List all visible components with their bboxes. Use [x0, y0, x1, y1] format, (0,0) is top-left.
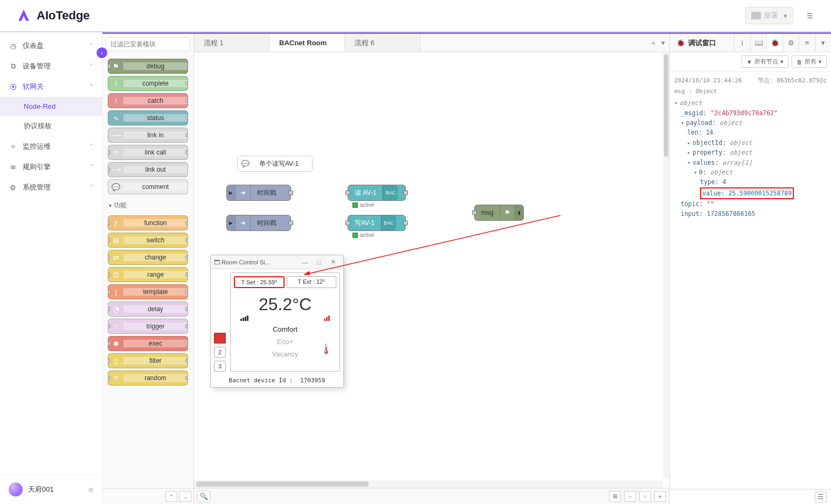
tab-menu-button[interactable]: ▾	[661, 39, 665, 47]
comment-node[interactable]: 💬 单个读写AV-1	[237, 156, 313, 172]
palette-node-delay[interactable]: ◔delay	[108, 302, 188, 317]
node-type-icon: 💬	[108, 180, 123, 194]
nav-button[interactable]: ⊞	[609, 491, 621, 502]
flow-canvas[interactable]: 💬 单个读写AV-1 ▶ ➜ 时间戳 ▶ ➜ 时间戳	[194, 52, 669, 488]
inject-label: 时间戳	[251, 188, 283, 198]
palette-category[interactable]: 功能	[106, 197, 190, 213]
palette-node-random[interactable]: ?random	[108, 370, 188, 386]
zoom-out-button[interactable]: −	[624, 491, 636, 502]
inject-node-2[interactable]: ▶ ➜ 时间戳	[226, 215, 291, 231]
text-value: T Ext : 12°	[287, 276, 336, 288]
chevron-icon: ˅	[90, 143, 93, 150]
canvas-scrollbar-v[interactable]	[663, 52, 669, 478]
window-title: Room Control Si...	[221, 259, 270, 265]
inject-icon: ➜	[236, 185, 251, 200]
filter-nodes-button[interactable]: ▼ 所有节点 ▾	[742, 55, 788, 68]
palette-node-catch[interactable]: !catch	[108, 93, 188, 108]
nav-label: 仪表盘	[23, 41, 44, 51]
info-tab-button[interactable]: i	[734, 34, 750, 52]
palette-node-switch[interactable]: ⊟switch	[108, 233, 188, 248]
palette-node-range[interactable]: ⊡range	[108, 267, 188, 282]
mode-button-1[interactable]	[214, 333, 226, 344]
debug-sidebar: 🐞 调试窗口 i 📖 🐞 ⚙ ≡ ▾ ▼ 所有节点 ▾ 🗑 所有 ▾	[669, 34, 831, 504]
palette-search-input[interactable]	[106, 37, 190, 51]
mode-comfort[interactable]: Comfort	[234, 323, 336, 335]
deploy-button[interactable]: 部署 ▾	[745, 7, 793, 24]
flow-tab[interactable]: 流程 6	[345, 34, 420, 52]
debug-options-button[interactable]: ☰	[815, 492, 827, 502]
config-tab-button[interactable]: ⚙	[782, 34, 799, 52]
palette-node-complete[interactable]: !complete	[108, 76, 188, 91]
palette-expand-button[interactable]: ⌄	[179, 491, 191, 502]
palette-node-link-in[interactable]: ⟶link in	[108, 128, 188, 143]
palette-node-debug[interactable]: ⚑debug	[108, 59, 188, 74]
node-label: trigger	[123, 323, 188, 330]
inject-node-1[interactable]: ▶ ➜ 时间戳	[226, 185, 291, 201]
minimize-button[interactable]: ―	[298, 259, 312, 265]
mode-button-3[interactable]: 3	[214, 361, 226, 372]
bacnet-read-node[interactable]: 读 AV-1 BAC active	[348, 185, 406, 201]
zoom-reset-button[interactable]: ○	[639, 491, 651, 502]
palette-node-filter[interactable]: ▯filter	[108, 353, 188, 368]
palette-node-function[interactable]: ƒfunction	[108, 215, 188, 230]
inject-icon: ➜	[236, 215, 251, 230]
node-type-icon: !	[108, 94, 123, 108]
canvas-scrollbar-h[interactable]	[194, 480, 663, 488]
debug-label: msg	[475, 209, 500, 216]
inject-button[interactable]: ▶	[227, 185, 236, 200]
sidebar-item[interactable]: ⚙系统管理˅	[0, 177, 102, 198]
node-type-icon: ⊟	[108, 233, 123, 247]
debug-tree[interactable]: ▾object _msgid: "2c4b793d9c70a762" ▾payl…	[674, 98, 827, 219]
sidebar-item[interactable]: ◷仪表盘˅	[0, 36, 102, 56]
logout-icon[interactable]: ⎋	[89, 486, 93, 494]
palette-node-comment[interactable]: 💬comment	[108, 179, 188, 194]
flow-tab[interactable]: 流程 1	[194, 34, 269, 52]
node-label: debug	[123, 62, 188, 70]
node-type-icon: ◔	[108, 302, 123, 316]
close-button[interactable]: ✕	[326, 258, 340, 265]
sidebar-item[interactable]: ✧监控运维˅	[0, 136, 102, 157]
brand-logo: AIoTedge	[16, 8, 90, 23]
palette-collapse-button[interactable]: ⌃	[165, 491, 177, 502]
inject-button[interactable]: ▶	[227, 215, 236, 230]
palette-node-status[interactable]: ∿status	[108, 110, 188, 125]
context-tab-button[interactable]: ≡	[799, 34, 815, 52]
help-tab-button[interactable]: 📖	[750, 34, 766, 52]
clear-button[interactable]: 🗑 所有 ▾	[792, 55, 827, 68]
sidebar-subitem[interactable]: 协议模板	[0, 116, 102, 136]
palette-node-link-out[interactable]: ⟶link out	[108, 162, 188, 177]
debug-node[interactable]: msg ⚑ ▮	[474, 205, 524, 221]
flow-tabs: 流程 1BACnet Room流程 6 ＋ ▾	[194, 34, 669, 52]
bacnet-write-node[interactable]: 写AV-1 BAC active	[348, 215, 406, 231]
palette-node-trigger[interactable]: ⎍trigger	[108, 319, 188, 334]
debug-toggle-button[interactable]: ▮	[515, 205, 523, 220]
node-type-icon: ⇄	[108, 250, 123, 264]
sidebar-item[interactable]: ≋规则引擎˅	[0, 157, 102, 177]
menu-button[interactable]: ☰	[800, 7, 820, 24]
zoom-in-button[interactable]: +	[654, 491, 666, 502]
nav-icon: ✧	[9, 143, 17, 151]
temp-bars	[234, 314, 336, 323]
add-tab-button[interactable]: ＋	[650, 38, 657, 48]
sidebar-item[interactable]: ⦿软网关˄	[0, 76, 102, 97]
palette-node-link-call[interactable]: ⟳link call	[108, 145, 188, 160]
node-label: template	[123, 288, 188, 296]
room-control-window[interactable]: 🗔 Room Control Si... ― □ ✕ 2 3	[210, 255, 344, 388]
canvas-search-button[interactable]: 🔍	[197, 491, 210, 502]
maximize-button[interactable]: □	[312, 259, 326, 265]
sidebar-collapse-button[interactable]: ‹	[96, 47, 107, 58]
mode-button-2[interactable]: 2	[214, 347, 226, 358]
more-tab-button[interactable]: ▾	[815, 34, 831, 52]
sidebar-item[interactable]: ⧉设备管理˅	[0, 56, 102, 76]
window-titlebar[interactable]: 🗔 Room Control Si... ― □ ✕	[211, 255, 343, 269]
debug-tab-button[interactable]: 🐞	[766, 34, 782, 52]
palette-node-change[interactable]: ⇄change	[108, 250, 188, 265]
nav-icon: ⦿	[9, 83, 17, 91]
flow-tab[interactable]: BACnet Room	[269, 34, 345, 52]
avatar[interactable]	[9, 482, 23, 496]
deploy-label: 部署	[764, 11, 778, 20]
chevron-icon: ˄	[90, 83, 93, 90]
palette-node-template[interactable]: {template	[108, 284, 188, 299]
palette-node-exec[interactable]: ✱exec	[108, 336, 188, 351]
sidebar-subitem[interactable]: Node-Red	[0, 97, 102, 116]
